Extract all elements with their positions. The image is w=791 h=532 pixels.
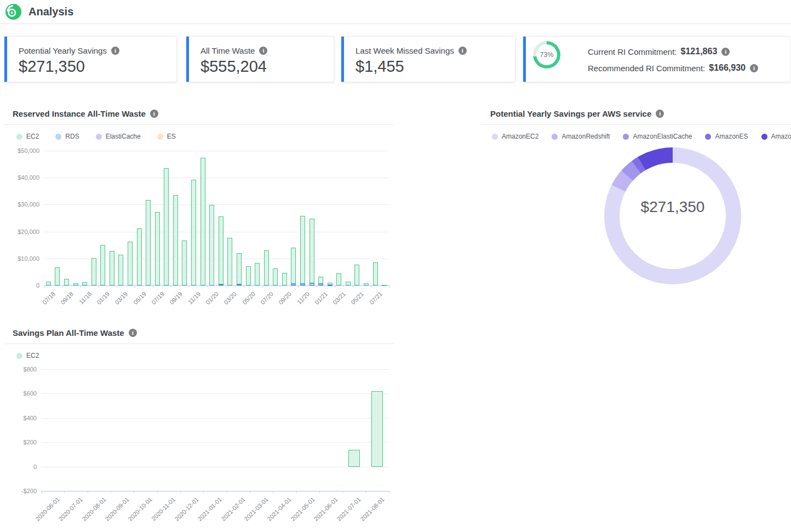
gridline	[44, 178, 389, 178]
bar-rds-02/21[interactable]	[328, 285, 333, 286]
stat-card-value: $555,204	[200, 58, 267, 76]
x-axis-label: 2021-01-01	[197, 496, 223, 522]
y-axis-label: $400	[24, 415, 37, 421]
bar-ec2-10/18[interactable]	[73, 283, 78, 285]
gridline	[44, 232, 389, 232]
bar-ec2-05/19[interactable]	[137, 228, 142, 285]
y-axis-label: $600	[24, 390, 37, 397]
legend-item-ec2[interactable]: EC2	[16, 352, 39, 359]
legend-item-amazones[interactable]: AmazonES	[705, 133, 748, 140]
bar-ec2-01/19[interactable]	[100, 245, 105, 285]
legend-item-amazonelasticache[interactable]: AmazonElastiCache	[623, 133, 692, 140]
x-axis-label: 09/20	[277, 290, 293, 306]
stat-card-last-week-missed-savings: Last Week Missed Savings $1,455	[341, 36, 515, 82]
bar-ec2-07/20[interactable]	[264, 250, 269, 285]
bar-ec2-02/20[interactable]	[219, 216, 223, 284]
axis-tick	[62, 285, 62, 288]
bar-ec2-09/20[interactable]	[282, 273, 287, 285]
bar-ec2-06/19[interactable]	[146, 200, 151, 285]
bar-ec2-03/20[interactable]	[227, 238, 232, 285]
axis-tick	[98, 285, 99, 288]
legend-dot	[157, 134, 163, 140]
info-icon[interactable]	[458, 47, 467, 55]
bar-ec2-06/21[interactable]	[364, 283, 369, 285]
bar-ec2-04/21[interactable]	[346, 282, 351, 285]
legend-item-rds[interactable]: RDS	[55, 133, 79, 140]
bar-ec2-08/20[interactable]	[273, 268, 278, 285]
bar-ec2-02/21[interactable]	[328, 283, 333, 284]
y-axis-label: $30,000	[18, 201, 39, 208]
bar-ec2-12/20[interactable]	[309, 219, 314, 283]
bar-ec2-01/21[interactable]	[318, 277, 323, 284]
axis-tick	[41, 491, 42, 493]
info-icon[interactable]	[129, 329, 137, 337]
legend-item-amazonredshift[interactable]: AmazonRedshift	[552, 133, 610, 140]
bar-ec2-09/19[interactable]	[173, 195, 178, 285]
info-icon[interactable]	[150, 110, 158, 118]
bar-ec2-08/18[interactable]	[55, 267, 60, 285]
bar-ec2-10/20[interactable]	[291, 248, 296, 284]
info-icon[interactable]	[721, 48, 730, 56]
x-axis-label: 07/19	[150, 290, 165, 306]
axis-tick	[316, 285, 317, 288]
x-axis-label: 05/20	[241, 290, 256, 306]
chart-title: Reserved Instance All-Time Waste	[13, 109, 158, 118]
bar-ec2-11/20[interactable]	[300, 216, 305, 284]
analysis-dashboard: Analysis Potential Yearly Savings $271,3…	[0, 0, 791, 532]
bar-ec2-03/21[interactable]	[336, 273, 341, 285]
legend-item-amazonrds[interactable]: AmazonRDS	[761, 133, 791, 140]
bar-ec2-12/19[interactable]	[200, 158, 205, 285]
bar-ec2-01/20[interactable]	[209, 205, 214, 285]
legend-item-amazonec2[interactable]: AmazonEC2	[492, 133, 538, 140]
reserved-instance-waste-chart-panel: Reserved Instance All-Time Waste EC2RDSE…	[4, 104, 393, 318]
bar-ec2-04/20[interactable]	[237, 253, 242, 284]
bar-rds-01/21[interactable]	[318, 284, 323, 285]
legend-item-es[interactable]: ES	[157, 133, 176, 140]
bar-ec2-2021-08-01[interactable]	[371, 391, 383, 467]
bar-rds-02/20[interactable]	[219, 284, 223, 285]
bar-ec2-2021-07-01[interactable]	[348, 450, 360, 467]
axis-tick	[207, 285, 208, 288]
x-axis-label: 2020-09-01	[104, 496, 130, 522]
donut-center-value: $271,350	[604, 198, 741, 216]
info-icon[interactable]	[111, 47, 119, 55]
legend-dot	[492, 134, 498, 140]
x-axis-label: 2021-06-01	[312, 496, 339, 522]
chart-legend: EC2RDSElastiCacheES	[16, 133, 176, 140]
info-icon[interactable]	[656, 110, 664, 118]
axis-tick	[371, 285, 371, 288]
chart-title-text: Potential Yearly Savings per AWS service	[490, 109, 651, 118]
bar-ec2-09/18[interactable]	[64, 279, 69, 285]
info-icon[interactable]	[750, 64, 758, 72]
legend-label: AmazonEC2	[502, 133, 538, 140]
info-icon[interactable]	[259, 47, 267, 55]
bar-ec2-03/19[interactable]	[118, 255, 123, 285]
y-axis-label: $800	[24, 366, 37, 373]
bar-rds-11/20[interactable]	[300, 284, 305, 285]
bar-ec2-11/19[interactable]	[191, 180, 196, 285]
bar-ec2-07/21[interactable]	[373, 262, 378, 285]
current-ri-commitment-line: Current RI Commitment: $121,863	[588, 47, 730, 56]
bar-ec2-07/19[interactable]	[155, 212, 160, 285]
bar-ec2-02/19[interactable]	[110, 251, 114, 285]
bar-ec2-05/20[interactable]	[246, 266, 251, 285]
bar-ec2-08/19[interactable]	[164, 168, 169, 285]
bar-ec2-04/19[interactable]	[128, 242, 133, 285]
legend-label: EC2	[26, 133, 39, 140]
bar-ec2-07/18[interactable]	[46, 282, 51, 285]
bar-ec2-05/21[interactable]	[354, 265, 359, 285]
bar-ec2-11/18[interactable]	[82, 282, 87, 285]
bar-ec2-08/21[interactable]	[382, 285, 387, 286]
bar-ec2-12/18[interactable]	[91, 258, 96, 285]
x-axis-label: 2021-07-01	[336, 496, 362, 522]
bar-rds-04/20[interactable]	[237, 284, 242, 285]
recommended-ri-commitment-label: Recommended RI Commitment:	[588, 64, 705, 73]
x-axis-label: 2020-10-01	[127, 496, 153, 522]
legend-item-ec2[interactable]: EC2	[16, 133, 39, 140]
bar-rds-10/20[interactable]	[291, 284, 296, 285]
bar-ec2-10/19[interactable]	[182, 241, 187, 285]
bar-ec2-06/20[interactable]	[255, 263, 260, 285]
legend-item-elasticache[interactable]: ElastiCache	[96, 133, 141, 140]
bar-rds-12/20[interactable]	[309, 283, 314, 285]
gridline	[41, 442, 389, 443]
